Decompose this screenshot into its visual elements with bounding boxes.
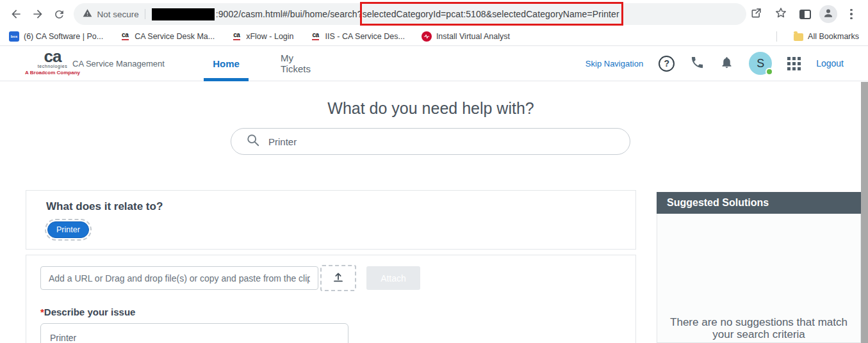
url-highlighted-query: selectedCategoryId=pcat:5108&selectedCat… (363, 9, 619, 19)
logout-link[interactable]: Logout (816, 58, 844, 68)
describe-issue-input[interactable] (40, 323, 348, 343)
bookmark-label: IIS - CA Service Des... (325, 32, 405, 41)
address-bar-divider (145, 9, 145, 19)
page-title: What do you need help with? (0, 99, 862, 118)
forward-icon (31, 8, 44, 20)
bookmarks-bar: box (6) CA Software | Po... ca CA Servic… (0, 28, 868, 46)
header-right-cluster: Skip Navigation ? S Logout (585, 46, 868, 81)
attach-button[interactable]: Attach (366, 266, 420, 290)
ca-icon: ca (231, 31, 242, 42)
page-scrollbar[interactable] (861, 82, 868, 343)
back-icon (10, 8, 22, 20)
star-icon (774, 6, 787, 22)
all-bookmarks-label: All Bookmarks (808, 32, 859, 41)
back-button[interactable] (5, 3, 27, 25)
suggested-solutions-panel: Suggested Solutions There are no suggest… (657, 192, 861, 343)
tab-home[interactable]: Home (204, 46, 249, 81)
product-name: CA Service Management (72, 46, 165, 81)
menu-kebab-icon (850, 9, 853, 20)
app-nav: Home My Tickets (204, 46, 325, 81)
ca-icon: ca (311, 31, 321, 42)
bookmark-label: CA Service Desk Ma... (135, 32, 215, 41)
relate-card: What does it relate to? Printer (26, 190, 636, 250)
phone-button[interactable] (690, 55, 705, 72)
no-suggestions-message: There are no suggestions that match your… (657, 316, 860, 342)
app-grid-button[interactable] (787, 57, 801, 70)
notifications-button[interactable] (720, 56, 733, 72)
browser-profile-button[interactable] (819, 5, 837, 23)
grid-icon (787, 57, 801, 70)
share-button[interactable] (746, 4, 767, 24)
app-header: ca technologies A Broadcom Company CA Se… (0, 46, 868, 81)
bookmark-ca-service-desk[interactable]: ca CA Service Desk Ma... (120, 31, 215, 42)
bell-icon (720, 60, 733, 71)
category-pill-focus-ring: Printer (45, 219, 92, 241)
refresh-button[interactable] (49, 3, 70, 25)
relate-heading: What does it relate to? (46, 200, 635, 213)
suggested-solutions-title: Suggested Solutions (657, 192, 861, 214)
upload-button[interactable] (320, 265, 356, 291)
ca-logo-mark: ca (44, 49, 61, 63)
bookmark-install-virtual-analyst[interactable]: Install Virtual Analyst (422, 31, 510, 42)
forward-button[interactable] (27, 3, 49, 25)
browser-menu-button[interactable] (841, 4, 862, 24)
bookmark-label: Install Virtual Analyst (436, 32, 510, 41)
upload-icon (331, 270, 345, 286)
bookmark-label: xFlow - Login (246, 32, 293, 41)
bookmarks-divider (776, 31, 777, 42)
search-icon (246, 133, 260, 150)
main-content: What do you need help with? What does it… (0, 82, 868, 343)
describe-issue-card: Attach *Describe your issue (26, 255, 636, 343)
help-icon: ? (664, 58, 669, 68)
bookmark-label: (6) CA Software | Po... (24, 32, 103, 41)
bookmark-xflow-login[interactable]: ca xFlow - Login (231, 31, 293, 42)
avatar-initial: S (757, 57, 764, 70)
security-label: Not secure (97, 10, 138, 19)
tab-my-tickets[interactable]: My Tickets (281, 46, 325, 81)
folder-icon (794, 33, 803, 41)
profile-icon (823, 7, 834, 21)
all-bookmarks-button[interactable]: All Bookmarks (794, 32, 859, 41)
phone-icon (690, 61, 705, 72)
address-bar[interactable]: Not secure :9002/casm.html#/bui/home/sea… (74, 3, 746, 25)
search-input[interactable] (268, 136, 630, 147)
bookmark-iis-service-desk[interactable]: ca IIS - CA Service Des... (311, 31, 405, 42)
ca-technologies-logo: ca technologies A Broadcom Company (28, 49, 77, 76)
box-icon: box (9, 31, 19, 42)
bookmark-star-button[interactable] (771, 4, 791, 24)
side-panel-button[interactable] (795, 4, 815, 24)
describe-issue-label: *Describe your issue (40, 307, 135, 317)
bookmark-ca-software[interactable]: box (6) CA Software | Po... (9, 31, 103, 42)
ca-logo-sub: technologies (38, 64, 68, 68)
category-pill-printer[interactable]: Printer (47, 221, 89, 238)
skip-navigation-link[interactable]: Skip Navigation (585, 59, 643, 68)
redacted-host (152, 8, 215, 20)
broadcom-icon (422, 31, 432, 42)
ca-icon: ca (120, 31, 130, 42)
attachment-url-input[interactable] (40, 266, 318, 290)
search-box (231, 128, 630, 155)
toolbar-right-cluster (746, 4, 868, 24)
online-status-dot (766, 68, 773, 76)
share-icon (750, 6, 763, 22)
suggested-solutions-body: There are no suggestions that match your… (657, 214, 861, 343)
browser-toolbar: Not secure :9002/casm.html#/bui/home/sea… (0, 0, 868, 28)
warning-icon (83, 8, 92, 20)
attachment-row: Attach (40, 266, 420, 291)
refresh-icon (53, 8, 65, 20)
user-avatar[interactable]: S (749, 52, 772, 75)
help-button[interactable]: ? (659, 56, 675, 72)
side-panel-icon (799, 10, 811, 19)
url-text: :9002/casm.html#/bui/home/search? (216, 9, 363, 19)
